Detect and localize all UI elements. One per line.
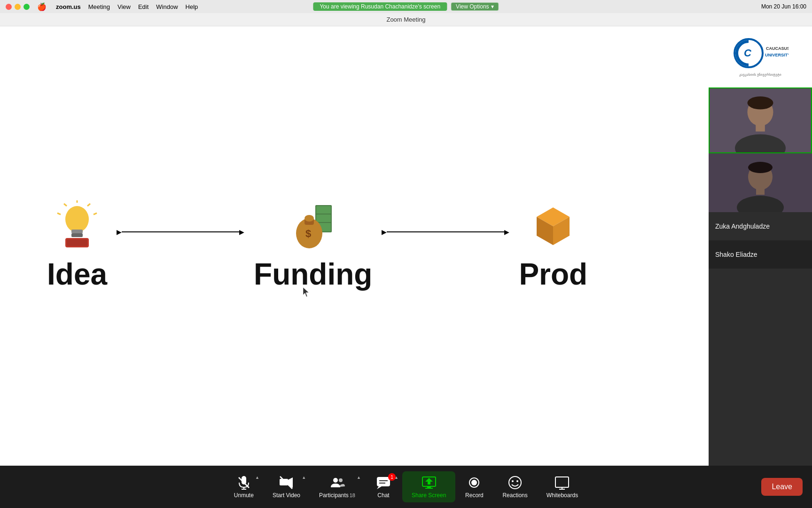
svg-rect-9 (67, 239, 87, 246)
svg-line-3 (64, 204, 67, 206)
menu-edit[interactable]: Edit (138, 3, 148, 10)
participant-name-shako: Shako Eliadze (709, 240, 812, 269)
chat-label: Chat (377, 492, 389, 499)
cu-logo-svg: C CAUCASUS UNIVERSITY (732, 37, 789, 70)
participants-button[interactable]: ▲ Participants 18 (310, 471, 365, 502)
maximize-button[interactable] (23, 4, 30, 10)
share-screen-icon (422, 475, 437, 490)
screen-share-notification: You are viewing Rusudan Chachanidze's sc… (313, 2, 499, 11)
svg-point-5 (65, 206, 89, 232)
svg-text:UNIVERSITY: UNIVERSITY (765, 53, 789, 57)
traffic-lights (6, 4, 30, 10)
participants-count: 18 (350, 492, 355, 498)
apple-menu[interactable]: 🍎 (37, 2, 47, 11)
svg-line-4 (57, 213, 61, 214)
arrow-1: ▶ ▶ (107, 228, 254, 264)
svg-marker-48 (377, 486, 382, 489)
video-tile-p2 (709, 153, 812, 212)
person-1-svg (710, 87, 811, 153)
titlebar: Zoom Meeting (0, 13, 812, 26)
reactions-button[interactable]: Reactions (493, 471, 537, 502)
chat-button[interactable]: ▲ 1 Chat (365, 471, 402, 502)
person-2-svg (709, 153, 812, 212)
minimize-button[interactable] (15, 4, 21, 10)
start-video-button[interactable]: ▲ Start Video (263, 471, 310, 502)
main-area: Idea ▶ ▶ (0, 26, 812, 466)
menu-time: Mon 20 Jun 16:00 (761, 3, 806, 10)
record-icon (467, 475, 482, 490)
participant-name-zuka: Zuka Andghuladze (709, 212, 812, 240)
menu-view[interactable]: View (117, 3, 131, 10)
menu-help[interactable]: Help (186, 3, 198, 10)
svg-rect-32 (756, 124, 765, 132)
menu-meeting[interactable]: Meeting (88, 3, 110, 10)
svg-point-46 (339, 478, 343, 482)
menubar: 🍎 zoom.us Meeting View Edit Window Help … (0, 0, 812, 13)
slide-content: Idea ▶ ▶ (0, 26, 709, 466)
toolbar: ▲ Unmute ▲ Start Video ▲ Partici (0, 466, 812, 508)
close-button[interactable] (6, 4, 12, 10)
chat-badge: 1 (388, 473, 396, 481)
arrow-2: ▶ ▶ (372, 228, 519, 264)
idea-label: Idea (47, 257, 107, 292)
screen-share-banner-text: You are viewing Rusudan Chachanidze's sc… (313, 2, 447, 11)
svg-rect-60 (555, 477, 569, 487)
product-step: Prod (519, 200, 587, 292)
svg-point-57 (509, 476, 521, 489)
svg-point-35 (748, 162, 773, 173)
whiteboards-button[interactable]: Whiteboards (537, 471, 587, 502)
share-screen-label: Share Screen (412, 492, 446, 499)
svg-point-45 (333, 478, 338, 483)
svg-rect-37 (756, 188, 765, 195)
unmute-label: Unmute (234, 492, 254, 499)
participants-chevron[interactable]: ▲ (357, 475, 361, 480)
participants-label: Participants (319, 492, 349, 499)
share-screen-button[interactable]: Share Screen (402, 471, 455, 502)
start-video-label: Start Video (273, 492, 300, 499)
svg-point-18 (304, 215, 314, 222)
idea-step: Idea (47, 200, 107, 292)
svg-marker-54 (425, 478, 433, 484)
svg-point-58 (512, 480, 514, 482)
product-label: Prod (519, 257, 587, 292)
lightbulb-svg (54, 200, 101, 252)
record-button[interactable]: Record (455, 471, 493, 502)
idea-icon (51, 200, 103, 252)
logo-display: C CAUCASUS UNIVERSITY კავკასიის უნივერსი… (709, 26, 812, 87)
product-icon (527, 200, 579, 252)
svg-point-30 (748, 96, 773, 109)
unmute-button[interactable]: ▲ Unmute (225, 471, 263, 502)
funding-svg: $ (289, 200, 336, 252)
unmute-chevron[interactable]: ▲ (255, 475, 259, 480)
svg-text:CAUCASUS: CAUCASUS (766, 46, 789, 51)
funding-label: Funding (254, 257, 372, 292)
process-flow: Idea ▶ ▶ (47, 200, 587, 292)
menubar-right: Mon 20 Jun 16:00 (761, 3, 806, 10)
svg-rect-6 (71, 230, 83, 233)
svg-rect-7 (71, 233, 83, 237)
video-camera-icon (279, 475, 294, 490)
funding-icon: $ (287, 200, 339, 252)
reactions-icon (508, 475, 523, 490)
leave-button[interactable]: Leave (761, 478, 803, 496)
menu-window[interactable]: Window (156, 3, 178, 10)
slide-area: Idea ▶ ▶ (0, 26, 709, 466)
product-svg (530, 200, 577, 252)
svg-line-2 (94, 213, 97, 214)
menu-items: Meeting View Edit Window Help (88, 3, 198, 10)
view-options-button[interactable]: View Options ▾ (451, 2, 499, 11)
chevron-down-icon: ▾ (491, 3, 494, 10)
svg-point-56 (471, 480, 477, 485)
svg-line-1 (87, 204, 90, 206)
svg-rect-13 (316, 214, 331, 223)
window-title: Zoom Meeting (386, 16, 425, 23)
side-panel: C CAUCASUS UNIVERSITY კავკასიის უნივერსი… (709, 26, 812, 466)
person-1-video (710, 88, 811, 152)
participants-icon (330, 475, 345, 490)
video-tile-logo: C CAUCASUS UNIVERSITY კავკასიის უნივერსი… (709, 26, 812, 87)
svg-rect-11 (316, 206, 331, 214)
start-video-chevron[interactable]: ▲ (302, 475, 306, 480)
app-name[interactable]: zoom.us (56, 3, 81, 10)
microphone-icon (236, 475, 251, 490)
record-label: Record (465, 492, 484, 499)
